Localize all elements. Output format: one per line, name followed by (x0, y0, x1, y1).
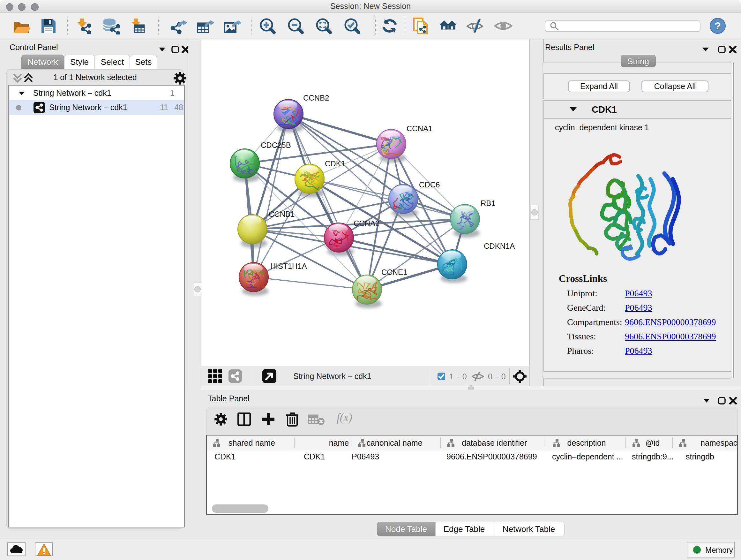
svg-text:CDK1: CDK1 (325, 159, 345, 168)
svg-text:CDKN1A: CDKN1A (484, 242, 515, 250)
svg-text:RB1: RB1 (481, 199, 495, 207)
svg-text:?: ? (715, 20, 721, 32)
svg-text:CCNA1: CCNA1 (407, 124, 432, 133)
svg-text:CCNE1: CCNE1 (381, 268, 407, 276)
svg-text:CCNB2: CCNB2 (303, 94, 329, 102)
svg-text:CDC6: CDC6 (419, 180, 440, 189)
svg-text:HIST1H1A: HIST1H1A (270, 262, 307, 270)
svg-text:CCNA2: CCNA2 (354, 219, 380, 228)
svg-text:CDC25B: CDC25B (261, 141, 291, 149)
svg-text:CCNB1: CCNB1 (269, 210, 294, 219)
